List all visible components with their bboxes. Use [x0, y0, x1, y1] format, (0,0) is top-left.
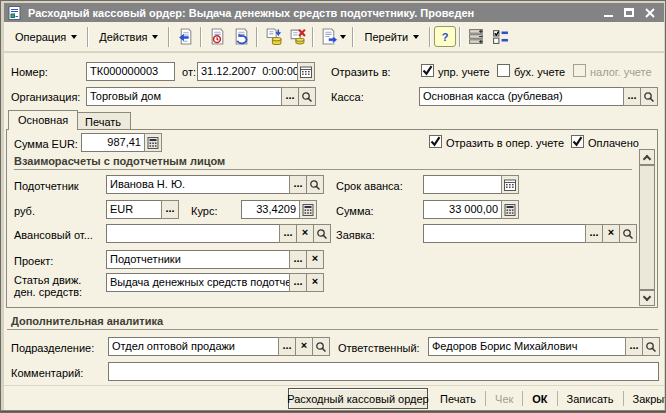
checkbox-book-accounting-label: бух. учете [514, 66, 565, 78]
sum-eur-input[interactable]: 987,41 [81, 133, 145, 152]
rate-calc-button[interactable] [299, 200, 317, 219]
advance-report-input[interactable] [106, 224, 280, 243]
title-bar[interactable]: Расходный кассовый ордер: Выдача денежны… [4, 3, 664, 22]
set-time-button[interactable] [205, 25, 229, 49]
output-document-icon [321, 28, 338, 45]
goto-menu[interactable]: Перейти [357, 27, 426, 47]
scroll-down-button[interactable] [639, 290, 655, 306]
department-input[interactable]: Отдел оптовой продажи [108, 337, 279, 356]
toolbar-separator [168, 27, 170, 47]
organization-input[interactable]: Торговый дом [86, 87, 282, 106]
check-button: Чек [486, 390, 522, 408]
request-select-button[interactable]: ... [585, 224, 603, 243]
amount-label: Сумма: [336, 205, 374, 217]
calendar-picker-button[interactable] [297, 62, 315, 81]
print-button[interactable]: Печать [431, 390, 485, 408]
ok-button[interactable]: ОК [523, 390, 556, 408]
operation-menu[interactable]: Операция [8, 27, 84, 47]
responsible-input[interactable]: Федоров Борис Михайлович [428, 337, 626, 356]
currency-select-button[interactable]: ... [161, 200, 179, 219]
document-movements-button[interactable] [261, 25, 285, 49]
accountable-select-button[interactable]: ... [289, 175, 307, 194]
comment-input[interactable] [108, 362, 659, 381]
checkbox-tax-accounting-label: налог. учете [590, 66, 652, 78]
post-document-button[interactable] [229, 25, 253, 49]
currency-input[interactable]: EUR [106, 200, 162, 219]
cashdesk-input[interactable]: Основная касса (рублевая) [419, 87, 624, 106]
checkbox-management-accounting[interactable] [421, 64, 434, 77]
cashflow-item-input[interactable]: Выдача денежных средств подотче [106, 273, 290, 292]
sum-eur-calc-button[interactable] [144, 133, 162, 152]
close-form-button[interactable]: Закрыть [624, 390, 666, 408]
department-open-button[interactable] [312, 337, 330, 356]
number-input[interactable]: ТК000000003 [86, 62, 175, 81]
checkbox-management-accounting-label: упр. учете [438, 66, 490, 78]
reread-button[interactable] [173, 25, 197, 49]
window-title: Расходный кассовый ордер: Выдача денежны… [28, 7, 601, 19]
structure-icon [468, 28, 485, 45]
magnifier-icon [316, 228, 328, 240]
project-clear-button[interactable]: × [306, 250, 324, 269]
document-type-button[interactable]: Расходный кассовый ордер [288, 388, 428, 409]
project-select-button[interactable]: ... [289, 250, 307, 269]
scroll-up-button[interactable] [639, 149, 655, 165]
organization-open-button[interactable] [298, 87, 316, 106]
output-document-button[interactable] [317, 25, 349, 49]
cancel-posting-button[interactable] [285, 25, 309, 49]
department-select-button[interactable]: ... [278, 337, 296, 356]
rate-input[interactable]: 33,4209 [241, 200, 300, 219]
date-input[interactable]: 31.12.2007 0:00:00 [197, 62, 298, 81]
cashdesk-open-button[interactable] [640, 87, 658, 106]
tab-main[interactable]: Основная [8, 110, 78, 130]
amount-calc-button[interactable] [501, 200, 519, 219]
comment-label: Комментарий: [11, 367, 83, 379]
magnifier-icon [309, 179, 321, 191]
advance-report-clear-button[interactable]: × [296, 224, 314, 243]
scrollbar-thumb[interactable] [639, 165, 655, 290]
organization-label: Организация: [11, 91, 80, 103]
responsible-open-button[interactable] [642, 337, 660, 356]
post-document-icon [233, 28, 250, 45]
cancel-posting-icon [289, 28, 306, 45]
operation-menu-label: Операция [15, 31, 66, 43]
advance-due-calendar-button[interactable] [501, 175, 519, 194]
amount-input[interactable]: 33 000,00 [423, 200, 502, 219]
advance-due-input[interactable] [423, 175, 502, 194]
responsible-select-button[interactable]: ... [625, 337, 643, 356]
cashflow-item-label-line1: Статья движ. [14, 274, 81, 286]
list-settings-button[interactable] [488, 25, 512, 49]
close-button[interactable] [643, 7, 657, 19]
magnifier-icon [315, 341, 327, 353]
chevron-down-icon [643, 293, 651, 301]
advance-report-open-button[interactable] [313, 224, 331, 243]
save-button[interactable]: Записать [558, 390, 623, 408]
group-title-analytics: Дополнительная аналитика [11, 315, 163, 327]
minimize-button[interactable] [601, 7, 615, 19]
actions-menu[interactable]: Действия [92, 27, 165, 47]
calculator-icon [302, 204, 314, 216]
project-input[interactable]: Подотчетники [106, 250, 290, 269]
dropdown-caret-icon [340, 35, 346, 39]
department-clear-button[interactable]: × [295, 337, 313, 356]
cashdesk-select-button[interactable]: ... [623, 87, 641, 106]
request-input[interactable] [423, 224, 586, 243]
toolbar-separator [459, 27, 461, 47]
checkbox-reflect-oper[interactable] [429, 135, 442, 148]
tab-print[interactable]: Печать [75, 112, 131, 130]
checkbox-paid[interactable] [571, 135, 584, 148]
organization-select-button[interactable]: ... [281, 87, 299, 106]
cashflow-item-clear-button[interactable]: × [306, 273, 324, 292]
structure-button[interactable] [464, 25, 488, 49]
accountable-open-button[interactable] [306, 175, 324, 194]
maximize-button[interactable] [622, 7, 636, 19]
sum-eur-label: Сумма EUR: [14, 138, 78, 150]
request-open-button[interactable] [619, 224, 637, 243]
accountable-label: Подотчетник [14, 180, 79, 192]
request-clear-button[interactable]: × [602, 224, 620, 243]
checkbox-book-accounting[interactable] [497, 64, 510, 77]
accountable-input[interactable]: Иванова Н. Ю. [106, 175, 290, 194]
advance-report-select-button[interactable]: ... [279, 224, 297, 243]
date-label: от: [182, 66, 196, 78]
cashflow-item-select-button[interactable]: ... [289, 273, 307, 292]
help-button[interactable]: ? [434, 26, 456, 47]
